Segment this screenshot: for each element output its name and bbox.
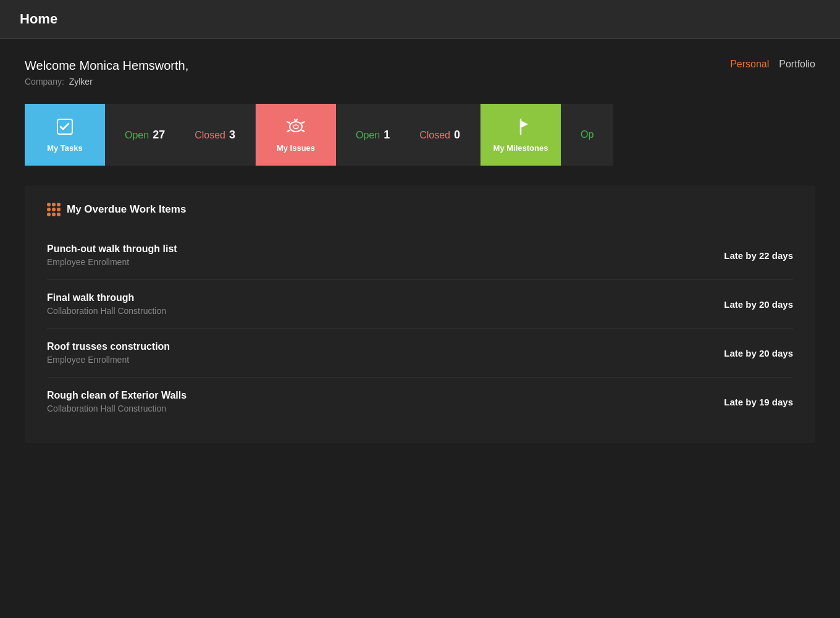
milestones-icon-block: My Milestones xyxy=(481,104,561,166)
welcome-greeting: Welcome Monica Hemsworth, xyxy=(25,59,188,73)
milestones-card[interactable]: My Milestones Op xyxy=(481,104,613,166)
svg-point-1 xyxy=(290,122,302,132)
work-item-info: Roof trusses construction Employee Enrol… xyxy=(47,341,170,365)
tasks-stats: Open 27 Closed 3 xyxy=(105,129,255,142)
late-badge: Late by 19 days xyxy=(724,397,793,407)
tasks-icon-block: My Tasks xyxy=(25,104,105,166)
welcome-row: Welcome Monica Hemsworth, Company: Zylke… xyxy=(25,59,815,87)
issues-open-count: 1 xyxy=(384,129,390,142)
issues-icon xyxy=(286,117,306,140)
tasks-open-count: 27 xyxy=(153,129,165,142)
work-item-project: Collaboration Hall Construction xyxy=(47,306,166,316)
overdue-section-title: My Overdue Work Items xyxy=(67,203,186,216)
work-item-info: Rough clean of Exterior Walls Collaborat… xyxy=(47,390,187,413)
header: Home xyxy=(0,0,840,39)
view-toggle: Personal Portfolio xyxy=(730,59,815,70)
issues-label: My Issues xyxy=(277,143,315,153)
milestones-open-stat: Op xyxy=(581,129,594,140)
issues-card[interactable]: My Issues Open 1 Closed 0 xyxy=(256,104,480,166)
issues-icon-block: My Issues xyxy=(256,104,336,166)
tasks-open-stat: Open 27 xyxy=(125,129,165,142)
tasks-closed-label: Closed xyxy=(195,130,225,141)
svg-point-2 xyxy=(293,125,298,129)
work-item-name: Roof trusses construction xyxy=(47,341,170,352)
company-label: Company: xyxy=(25,77,64,87)
portfolio-view-button[interactable]: Portfolio xyxy=(779,59,815,70)
late-badge: Late by 20 days xyxy=(724,299,793,310)
welcome-block: Welcome Monica Hemsworth, Company: Zylke… xyxy=(25,59,188,87)
work-item-project: Employee Enrollment xyxy=(47,257,177,267)
svg-line-6 xyxy=(302,130,304,132)
work-item[interactable]: Roof trusses construction Employee Enrol… xyxy=(47,329,793,378)
personal-view-button[interactable]: Personal xyxy=(730,59,769,70)
late-badge: Late by 20 days xyxy=(724,348,793,358)
issues-stats: Open 1 Closed 0 xyxy=(336,129,480,142)
issues-closed-count: 0 xyxy=(454,129,460,142)
milestones-label: My Milestones xyxy=(494,143,548,153)
work-item[interactable]: Rough clean of Exterior Walls Collaborat… xyxy=(47,378,793,426)
company-row: Company: Zylker xyxy=(25,77,188,87)
work-item-project: Collaboration Hall Construction xyxy=(47,404,187,413)
tasks-label: My Tasks xyxy=(47,143,83,153)
issues-closed-label: Closed xyxy=(419,130,450,141)
main-content: Welcome Monica Hemsworth, Company: Zylke… xyxy=(0,39,840,463)
cards-row: My Tasks Open 27 Closed 3 xyxy=(25,104,815,166)
svg-marker-10 xyxy=(521,121,528,128)
tasks-closed-stat: Closed 3 xyxy=(195,129,235,142)
tasks-card[interactable]: My Tasks Open 27 Closed 3 xyxy=(25,104,255,166)
company-name: Zylker xyxy=(69,77,93,87)
work-item[interactable]: Punch-out walk through list Employee Enr… xyxy=(47,231,793,280)
work-item-info: Punch-out walk through list Employee Enr… xyxy=(47,243,177,267)
svg-line-4 xyxy=(302,122,304,123)
milestones-stats: Op xyxy=(561,129,613,140)
work-item-name: Punch-out walk through list xyxy=(47,243,177,255)
milestones-icon xyxy=(511,117,531,140)
issues-open-label: Open xyxy=(356,130,380,141)
work-item-info: Final walk through Collaboration Hall Co… xyxy=(47,292,166,316)
tasks-open-label: Open xyxy=(125,130,149,141)
work-item[interactable]: Final walk through Collaboration Hall Co… xyxy=(47,280,793,329)
page-title: Home xyxy=(20,11,57,27)
milestones-open-label: Op xyxy=(581,129,594,140)
grid-dots-icon xyxy=(47,203,61,216)
issues-open-stat: Open 1 xyxy=(356,129,390,142)
work-item-name: Rough clean of Exterior Walls xyxy=(47,390,187,401)
work-item-name: Final walk through xyxy=(47,292,166,303)
svg-line-3 xyxy=(287,122,290,123)
overdue-section: My Overdue Work Items Punch-out walk thr… xyxy=(25,185,815,443)
work-item-project: Employee Enrollment xyxy=(47,355,170,365)
section-header: My Overdue Work Items xyxy=(47,203,793,216)
svg-line-5 xyxy=(287,130,290,132)
tasks-icon xyxy=(55,117,75,140)
issues-closed-stat: Closed 0 xyxy=(419,129,460,142)
late-badge: Late by 22 days xyxy=(724,250,793,261)
tasks-closed-count: 3 xyxy=(229,129,235,142)
